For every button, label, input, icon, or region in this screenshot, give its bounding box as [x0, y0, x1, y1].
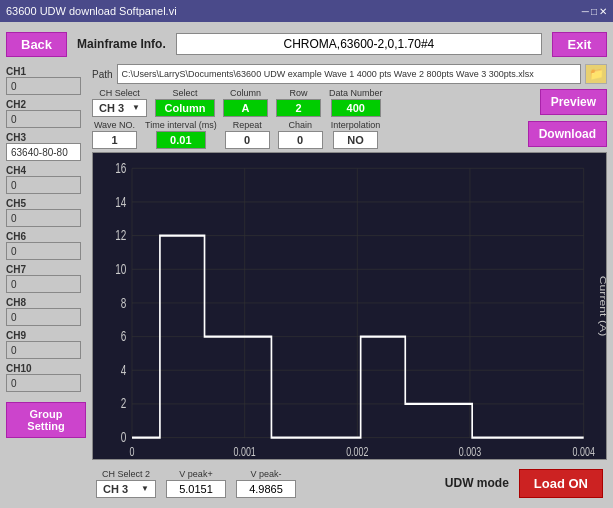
repeat-label: Repeat [233, 120, 262, 130]
ch5-label: CH5 [6, 198, 88, 209]
top-bar: Back Mainframe Info. CHROMA,63600-2,0,1.… [6, 28, 607, 60]
wave-no-label: Wave NO. [94, 120, 135, 130]
ch3-group: CH3 [6, 130, 88, 161]
main-container: Back Mainframe Info. CHROMA,63600-2,0,1.… [0, 22, 613, 508]
ch-select-value: CH 3 [99, 102, 124, 114]
sidebar: CH1 CH2 CH3 CH4 CH5 CH6 [6, 64, 88, 502]
interpolation-value-box[interactable]: NO [333, 131, 378, 149]
ch6-group: CH6 [6, 229, 88, 260]
waveform-chart: 16 14 12 10 8 6 4 2 0 0 0.001 0.002 0.00… [93, 153, 606, 459]
controls-row2: Wave NO. 1 Time interval (ms) 0.01 Repea… [92, 120, 607, 148]
svg-text:2: 2 [121, 396, 127, 412]
content-area: CH1 CH2 CH3 CH4 CH5 CH6 [6, 64, 607, 502]
udw-mode-label: UDW mode [445, 476, 509, 490]
svg-text:0: 0 [121, 430, 127, 446]
ch-select2-arrow-icon: ▼ [141, 484, 149, 493]
ch10-input[interactable] [6, 374, 81, 392]
interpolation-group: Interpolation NO [331, 120, 381, 149]
ch9-input[interactable] [6, 341, 81, 359]
ch-select2-group: CH Select 2 CH 3 ▼ [96, 469, 156, 498]
ch10-label: CH10 [6, 363, 88, 374]
ch9-label: CH9 [6, 330, 88, 341]
data-number-value-box[interactable]: 400 [331, 99, 381, 117]
ch4-input[interactable] [6, 176, 81, 194]
time-interval-value-box[interactable]: 0.01 [156, 131, 206, 149]
ch4-group: CH4 [6, 163, 88, 194]
svg-text:0: 0 [130, 445, 135, 459]
ch-select-arrow-icon: ▼ [132, 103, 140, 112]
svg-text:14: 14 [115, 194, 126, 210]
back-button[interactable]: Back [6, 32, 67, 57]
folder-icon[interactable]: 📁 [585, 64, 607, 84]
svg-text:0.002: 0.002 [346, 445, 368, 459]
repeat-group: Repeat 0 [225, 120, 270, 149]
interpolation-label: Interpolation [331, 120, 381, 130]
controls-row1: CH Select CH 3 ▼ Select Column Column A … [92, 88, 607, 116]
svg-text:0.003: 0.003 [459, 445, 481, 459]
svg-rect-0 [93, 153, 606, 459]
ch2-group: CH2 [6, 97, 88, 128]
wave-no-group: Wave NO. 1 [92, 120, 137, 149]
column-label: Column [230, 88, 261, 98]
ch2-label: CH2 [6, 99, 88, 110]
select-label: Select [172, 88, 197, 98]
mainframe-value: CHROMA,63600-2,0,1.70#4 [176, 33, 542, 55]
ch7-group: CH7 [6, 262, 88, 293]
ch-select-group: CH Select CH 3 ▼ [92, 88, 147, 117]
column-value-box[interactable]: A [223, 99, 268, 117]
ch-select-dropdown[interactable]: CH 3 ▼ [92, 99, 147, 117]
svg-text:6: 6 [121, 329, 127, 345]
wave-no-value-box[interactable]: 1 [92, 131, 137, 149]
ch5-input[interactable] [6, 209, 81, 227]
path-row: Path 📁 [92, 64, 607, 84]
title-bar: 63600 UDW download Softpanel.vi ─ □ ✕ [0, 0, 613, 22]
ch8-input[interactable] [6, 308, 81, 326]
ch-select-label: CH Select [99, 88, 140, 98]
close-icon[interactable]: ✕ [599, 6, 607, 17]
ch-select2-dropdown[interactable]: CH 3 ▼ [96, 480, 156, 498]
time-interval-group: Time interval (ms) 0.01 [145, 120, 217, 149]
preview-button[interactable]: Preview [540, 89, 607, 115]
load-on-button[interactable]: Load ON [519, 469, 603, 498]
ch3-label: CH3 [6, 132, 88, 143]
vpeak-minus-group: V peak- 4.9865 [236, 469, 296, 498]
path-input[interactable] [117, 64, 581, 84]
ch7-input[interactable] [6, 275, 81, 293]
svg-text:12: 12 [115, 228, 126, 244]
select-group: Select Column [155, 88, 215, 117]
vpeak-plus-value: 5.0151 [166, 480, 226, 498]
exit-button[interactable]: Exit [552, 32, 607, 57]
time-interval-label: Time interval (ms) [145, 120, 217, 130]
chain-value-box[interactable]: 0 [278, 131, 323, 149]
row-value-box[interactable]: 2 [276, 99, 321, 117]
mainframe-label: Mainframe Info. [77, 37, 166, 51]
ch1-label: CH1 [6, 66, 88, 77]
ch1-input[interactable] [6, 77, 81, 95]
vpeak-minus-value: 4.9865 [236, 480, 296, 498]
ch5-group: CH5 [6, 196, 88, 227]
svg-text:0.004: 0.004 [573, 445, 595, 459]
ch1-group: CH1 [6, 64, 88, 95]
ch8-group: CH8 [6, 295, 88, 326]
svg-text:10: 10 [115, 261, 126, 277]
vpeak-minus-label: V peak- [250, 469, 281, 479]
svg-text:Current (A): Current (A) [599, 276, 606, 336]
select-value-box[interactable]: Column [155, 99, 215, 117]
ch3-input[interactable] [6, 143, 81, 161]
ch-select2-label: CH Select 2 [102, 469, 150, 479]
ch8-label: CH8 [6, 297, 88, 308]
download-button[interactable]: Download [528, 121, 607, 147]
minimize-icon[interactable]: ─ [582, 6, 589, 17]
ch-select2-value: CH 3 [103, 483, 128, 495]
svg-text:16: 16 [115, 160, 126, 176]
group-setting-button[interactable]: Group Setting [6, 402, 86, 438]
restore-icon[interactable]: □ [591, 6, 597, 17]
ch2-input[interactable] [6, 110, 81, 128]
data-number-label: Data Number [329, 88, 383, 98]
ch6-input[interactable] [6, 242, 81, 260]
repeat-value-box[interactable]: 0 [225, 131, 270, 149]
vpeak-plus-label: V peak+ [179, 469, 212, 479]
chain-group: Chain 0 [278, 120, 323, 149]
svg-text:8: 8 [121, 295, 127, 311]
data-number-group: Data Number 400 [329, 88, 383, 117]
